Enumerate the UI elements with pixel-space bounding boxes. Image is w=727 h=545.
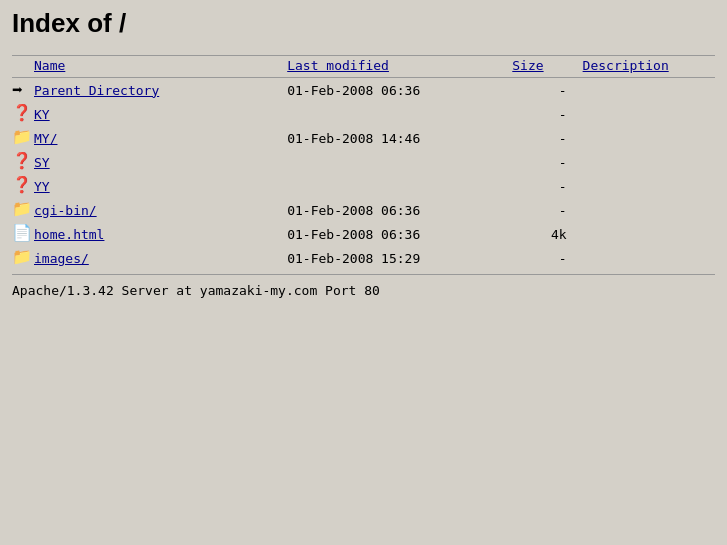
folder-icon: 📁 xyxy=(12,249,30,267)
file-name-cell: SY xyxy=(34,150,287,174)
file-modified: 01-Feb-2008 15:29 xyxy=(287,246,512,270)
unknown-icon: ❓ xyxy=(12,153,30,171)
file-size: - xyxy=(512,78,582,103)
file-icon: 📁 xyxy=(12,198,34,222)
file-size: - xyxy=(512,246,582,270)
file-size: - xyxy=(512,126,582,150)
file-size: - xyxy=(512,174,582,198)
table-row: 📁images/01-Feb-2008 15:29- xyxy=(12,246,715,270)
file-modified: 01-Feb-2008 14:46 xyxy=(287,126,512,150)
file-listing-table: Name Last modified Size Description ➡Par… xyxy=(12,55,715,270)
file-description xyxy=(583,150,715,174)
file-name-cell: home.html xyxy=(34,222,287,246)
back-icon: ➡ xyxy=(12,81,30,99)
name-sort-link[interactable]: Name xyxy=(34,58,65,73)
unknown-icon: ❓ xyxy=(12,105,30,123)
file-size: - xyxy=(512,150,582,174)
file-modified xyxy=(287,102,512,126)
table-row: 📄home.html01-Feb-2008 06:364k xyxy=(12,222,715,246)
footer-divider xyxy=(12,274,715,275)
file-modified xyxy=(287,174,512,198)
file-link[interactable]: Parent Directory xyxy=(34,83,159,98)
name-header: Name xyxy=(34,56,287,78)
file-link[interactable]: images/ xyxy=(34,251,89,266)
file-name-cell: KY xyxy=(34,102,287,126)
folder-icon: 📁 xyxy=(12,129,30,147)
table-row: ➡Parent Directory01-Feb-2008 06:36- xyxy=(12,78,715,103)
table-row: ❓SY- xyxy=(12,150,715,174)
file-link[interactable]: YY xyxy=(34,179,50,194)
file-name-cell: images/ xyxy=(34,246,287,270)
file-icon: 📁 xyxy=(12,126,34,150)
file-modified xyxy=(287,150,512,174)
modified-sort-link[interactable]: Last modified xyxy=(287,58,389,73)
file-description xyxy=(583,246,715,270)
file-size: - xyxy=(512,198,582,222)
file-icon: 📄 xyxy=(12,222,34,246)
file-description xyxy=(583,222,715,246)
file-description xyxy=(583,78,715,103)
file-name-cell: MY/ xyxy=(34,126,287,150)
file-link[interactable]: cgi-bin/ xyxy=(34,203,97,218)
file-link[interactable]: KY xyxy=(34,107,50,122)
file-modified: 01-Feb-2008 06:36 xyxy=(287,78,512,103)
file-size: 4k xyxy=(512,222,582,246)
table-row: 📁MY/01-Feb-2008 14:46- xyxy=(12,126,715,150)
size-header: Size xyxy=(512,56,582,78)
table-row: ❓KY- xyxy=(12,102,715,126)
file-icon: 📁 xyxy=(12,246,34,270)
file-description xyxy=(583,126,715,150)
file-icon: 📄 xyxy=(12,225,30,243)
file-link[interactable]: home.html xyxy=(34,227,104,242)
file-icon: ❓ xyxy=(12,174,34,198)
size-sort-link[interactable]: Size xyxy=(512,58,543,73)
folder-icon: 📁 xyxy=(12,201,30,219)
file-name-cell: cgi-bin/ xyxy=(34,198,287,222)
file-modified: 01-Feb-2008 06:36 xyxy=(287,222,512,246)
modified-header: Last modified xyxy=(287,56,512,78)
file-modified: 01-Feb-2008 06:36 xyxy=(287,198,512,222)
table-row: 📁cgi-bin/01-Feb-2008 06:36- xyxy=(12,198,715,222)
file-description xyxy=(583,198,715,222)
file-name-cell: YY xyxy=(34,174,287,198)
description-sort-link[interactable]: Description xyxy=(583,58,669,73)
file-icon: ❓ xyxy=(12,102,34,126)
file-icon: ➡ xyxy=(12,78,34,103)
file-icon: ❓ xyxy=(12,150,34,174)
server-footer: Apache/1.3.42 Server at yamazaki-my.com … xyxy=(12,283,715,298)
table-row: ❓YY- xyxy=(12,174,715,198)
icon-header-col xyxy=(12,56,34,78)
file-description xyxy=(583,102,715,126)
page-title: Index of / xyxy=(12,8,715,39)
file-description xyxy=(583,174,715,198)
file-link[interactable]: MY/ xyxy=(34,131,57,146)
file-size: - xyxy=(512,102,582,126)
unknown-icon: ❓ xyxy=(12,177,30,195)
file-name-cell: Parent Directory xyxy=(34,78,287,103)
file-link[interactable]: SY xyxy=(34,155,50,170)
description-header: Description xyxy=(583,56,715,78)
